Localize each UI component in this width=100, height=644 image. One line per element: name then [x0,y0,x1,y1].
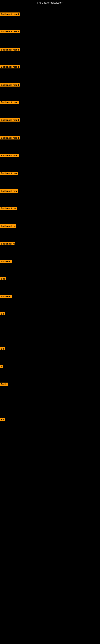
bottleneck-badge-row: Bottleneck resu [0,190,18,194]
bottleneck-badge[interactable]: Bottlenec [0,295,12,298]
bottleneck-badge[interactable]: Bottleneck result [0,118,20,122]
bottleneck-badge-row: Bo [0,312,5,316]
bottleneck-badge[interactable]: Bo [0,418,5,421]
bottleneck-badge-row: Bottlenec [0,295,12,299]
bottleneck-badge-row: Bo [0,347,5,351]
bottleneck-badge-row: Bottleneck resu [0,172,18,176]
bottleneck-badge[interactable]: Bo [0,347,5,350]
bottleneck-badge-row: Bottleneck result [0,48,20,52]
bottleneck-badge-row: Bottleneck result [0,65,20,69]
bottleneck-badge-row: Bottleneck res [0,224,16,228]
bottleneck-badge[interactable]: Bott [0,277,6,280]
bottleneck-badge[interactable]: Bottlenec [0,260,12,263]
bottleneck-badge[interactable]: Bottleneck res [0,207,17,210]
bottleneck-badge-row: Bottleneck result [0,30,20,34]
bottleneck-badge-row: B [0,365,3,369]
bottleneck-badge-row: Bottleneck result [0,118,20,122]
bottleneck-badge-row: Bottleneck res [0,207,17,211]
bottleneck-badge[interactable]: Bottleneck resu [0,172,18,175]
bottleneck-badge[interactable]: Bottleneck result [0,30,20,33]
bottleneck-badge[interactable]: Bottleneck re [0,242,15,245]
bottleneck-badge[interactable]: Bottleneck result [0,12,20,16]
bottleneck-badge-row: Bottleneck result [0,136,20,140]
bottleneck-badge-row: Bottle [0,382,8,386]
bottleneck-badge-row: Bottleneck result [0,83,20,87]
site-title: TheBottlenecker.com [0,0,100,5]
bottleneck-badge-row: Bott [0,277,6,281]
bottleneck-badge[interactable]: B [0,365,3,368]
bottleneck-badge[interactable]: Bottleneck res [0,224,16,228]
bottleneck-badge-row: Bottlenec [0,260,12,264]
bottleneck-badge[interactable]: Bo [0,312,5,315]
bottleneck-badge[interactable]: Bottleneck result [0,65,20,68]
bottleneck-badge-row: Bo [0,418,5,422]
bottleneck-badge[interactable]: Bottleneck result [0,48,20,51]
bottleneck-badge-row: Bottleneck resul [0,100,19,105]
bottleneck-badge[interactable]: Bottleneck resul [0,100,19,104]
bottleneck-badge[interactable]: Bottle [0,382,8,386]
bottleneck-badge-row: Bottleneck resul [0,154,19,158]
bottleneck-badge[interactable]: Bottleneck resu [0,190,18,192]
bottleneck-badge[interactable]: Bottleneck resul [0,154,19,157]
bottleneck-badge-row: Bottleneck result [0,12,20,16]
bottleneck-badge[interactable]: Bottleneck result [0,136,20,140]
bottleneck-badge[interactable]: Bottleneck result [0,83,20,86]
bottleneck-badge-row: Bottleneck re [0,242,15,246]
